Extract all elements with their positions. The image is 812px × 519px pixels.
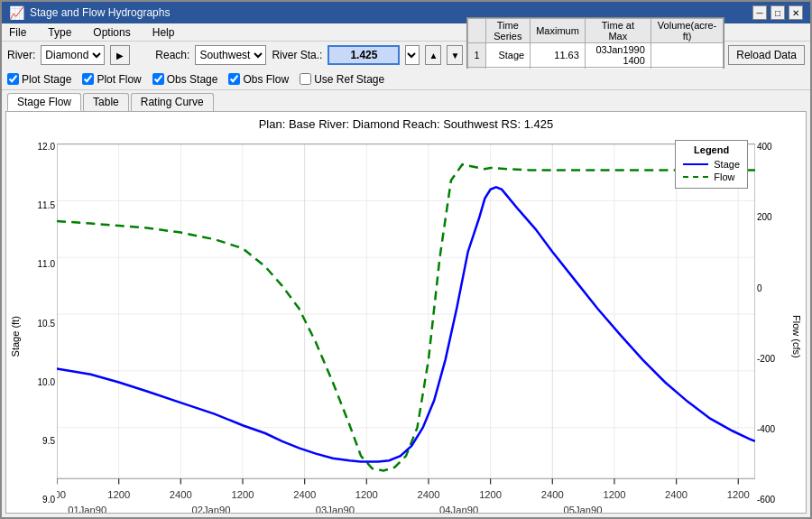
river-label: River: [7,49,35,61]
river-reach-controls: River: Diamond ▶ Reach: Southwest River … [7,45,463,65]
y-axis-right: 400 200 0 -200 -400 -600 [755,133,788,514]
stage-line-icon [683,163,708,165]
svg-text:1200: 1200 [603,489,625,500]
svg-text:2400: 2400 [57,489,66,500]
reach-label: Reach: [155,49,189,61]
col-header-timeatmax: Time at Max [585,19,651,43]
row1-maximum: 11.63 [531,43,586,68]
riversta-input[interactable] [328,45,400,65]
menu-file[interactable]: File [5,26,30,39]
plot-flow-label: Plot Flow [97,73,141,86]
legend-stage-label: Stage [714,159,740,170]
reach-select[interactable]: Southwest [195,45,266,65]
row1-num: 1 [468,43,485,68]
svg-rect-20 [57,144,755,479]
row1-timeseries: Stage [485,43,531,68]
chart-content: Stage (ft) 12.0 11.5 11.0 10.5 10.0 9.5 … [6,133,806,514]
plot-flow-checkbox[interactable]: Plot Flow [82,73,141,86]
legend-flow-label: Flow [714,171,734,182]
window-icon: 📈 [9,5,24,20]
next-button[interactable]: ▼ [447,45,463,65]
tabs-bar: Stage Flow Table Rating Curve [2,90,810,111]
table-row: 1 Stage 11.63 03Jan1990 1400 [468,43,724,68]
svg-text:03Jan90: 03Jan90 [316,505,355,514]
svg-text:2400: 2400 [170,489,192,500]
play-button[interactable]: ▶ [110,45,130,65]
y-axis-right-label: Flow (cfs) [788,133,806,514]
svg-text:02Jan90: 02Jan90 [191,505,230,514]
chart-area: Plan: Base River: Diamond Reach: Southwe… [5,111,807,514]
y-axis-left: 12.0 11.5 11.0 10.5 10.0 9.5 9.0 [24,133,57,514]
svg-text:2400: 2400 [293,489,316,500]
river-select[interactable]: Diamond [41,45,105,65]
svg-text:2400: 2400 [417,489,439,500]
col-header-timeseries: Time Series [485,19,531,43]
svg-text:1200: 1200 [479,489,502,500]
svg-text:2400: 2400 [541,489,564,500]
y-axis-left-label: Stage (ft) [6,133,24,514]
obs-stage-checkbox[interactable]: Obs Stage [152,73,218,86]
legend-title: Legend [683,144,740,155]
chart-title: Plan: Base River: Diamond Reach: Southwe… [6,112,806,133]
svg-text:1200: 1200 [231,489,254,500]
tab-stage-flow[interactable]: Stage Flow [7,93,81,111]
svg-text:1200: 1200 [727,489,750,500]
use-ref-stage-checkbox[interactable]: Use Ref Stage [300,73,384,86]
svg-text:1200: 1200 [107,489,130,500]
legend-stage: Stage [683,159,740,170]
main-window: 📈 Stage and Flow Hydrographs ─ □ ✕ File … [0,0,812,519]
use-ref-stage-label: Use Ref Stage [314,73,384,86]
svg-text:05Jan90: 05Jan90 [563,505,602,514]
legend-box: Legend Stage Flow [675,140,748,189]
row1-timeatmax: 03Jan1990 1400 [585,43,651,68]
flow-line-icon [683,176,708,178]
tab-table[interactable]: Table [83,93,129,111]
prev-button[interactable]: ▲ [425,45,441,65]
riversta-select[interactable] [405,45,420,65]
col-header-num [468,19,485,43]
svg-text:1200: 1200 [355,489,378,500]
svg-text:2400: 2400 [665,489,687,500]
obs-flow-label: Obs Flow [243,73,289,86]
chart-svg-container: 2400 1200 2400 1200 2400 1200 2400 1200 … [57,133,755,514]
chart-svg: 2400 1200 2400 1200 2400 1200 2400 1200 … [57,133,755,514]
stage-curve [57,187,755,461]
riversta-label: River Sta.: [272,49,322,61]
title-bar-left: 📈 Stage and Flow Hydrographs [9,5,170,20]
menu-type[interactable]: Type [44,26,75,39]
legend-flow: Flow [683,171,740,182]
plot-stage-checkbox[interactable]: Plot Stage [7,73,71,86]
flow-curve [57,164,755,470]
svg-text:01Jan90: 01Jan90 [68,505,106,514]
row1-volume [651,43,723,68]
river-reach-toolbar: River: Diamond ▶ Reach: Southwest River … [2,42,810,69]
obs-stage-label: Obs Stage [167,73,218,86]
tab-rating-curve[interactable]: Rating Curve [131,93,214,111]
svg-text:04Jan90: 04Jan90 [439,505,478,514]
col-header-maximum: Maximum [531,19,586,43]
col-header-volume: Volume(acre-ft) [651,19,723,43]
reload-data-button[interactable]: Reload Data [728,45,805,65]
obs-flow-checkbox[interactable]: Obs Flow [228,73,289,86]
window-title: Stage and Flow Hydrographs [30,6,170,19]
plot-stage-label: Plot Stage [22,73,71,86]
menu-help[interactable]: Help [149,26,179,39]
checkboxes-bar: Plot Stage Plot Flow Obs Stage Obs Flow … [2,69,810,90]
menu-options[interactable]: Options [89,26,134,39]
